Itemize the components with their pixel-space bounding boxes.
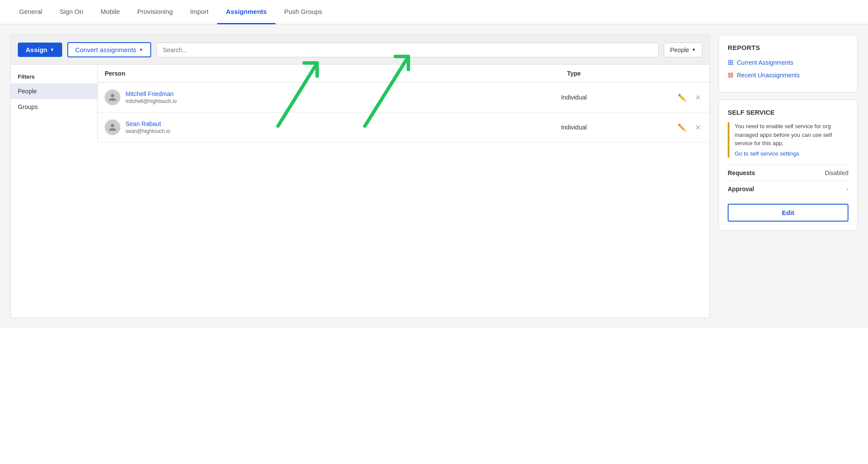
reports-card: REPORTS ⊞ Current Assignments ⊠ Recent U… bbox=[719, 35, 858, 93]
current-assignments-label: Current Assignments bbox=[737, 59, 793, 66]
self-service-title: SELF SERVICE bbox=[728, 109, 848, 116]
tab-bar: GeneralSign OnMobileProvisioningImportAs… bbox=[0, 0, 868, 24]
notice-content: You need to enable self service for org … bbox=[735, 122, 848, 158]
actions-cell-2: ✏️ ✕ bbox=[668, 123, 702, 133]
actions-cell-1: ✏️ ✕ bbox=[668, 93, 702, 103]
notice-text: You need to enable self service for org … bbox=[735, 123, 832, 146]
convert-dropdown-arrow: ▼ bbox=[139, 47, 143, 52]
current-assignments-link[interactable]: ⊞ Current Assignments bbox=[728, 58, 848, 66]
avatar-1 bbox=[105, 89, 120, 105]
col-header-person: Person bbox=[105, 70, 480, 77]
col-header-type: Type bbox=[480, 70, 668, 77]
approval-row: Approval - bbox=[728, 181, 848, 197]
people-dropdown-arrow: ▼ bbox=[692, 47, 696, 52]
tab-general[interactable]: General bbox=[10, 0, 51, 24]
self-service-settings-link[interactable]: Go to self service settings bbox=[735, 149, 848, 158]
remove-row-1-button[interactable]: ✕ bbox=[693, 93, 702, 103]
edit-row-2-button[interactable]: ✏️ bbox=[676, 123, 688, 133]
right-panel: REPORTS ⊞ Current Assignments ⊠ Recent U… bbox=[719, 35, 858, 318]
requests-value: Disabled bbox=[825, 169, 848, 176]
self-service-notice: You need to enable self service for org … bbox=[728, 122, 848, 158]
approval-label: Approval bbox=[728, 186, 754, 192]
tab-sign-on[interactable]: Sign On bbox=[51, 0, 92, 24]
assign-button[interactable]: Assign ▼ bbox=[18, 43, 62, 57]
requests-row: Requests Disabled bbox=[728, 165, 848, 181]
edit-button[interactable]: Edit bbox=[728, 204, 848, 222]
tab-assignments[interactable]: Assignments bbox=[217, 0, 275, 24]
recent-unassignments-icon: ⊠ bbox=[728, 71, 733, 79]
col-header-actions bbox=[668, 70, 702, 77]
person-email-1: mitchell@hightouch.io bbox=[126, 98, 177, 104]
table-header: Person Type bbox=[98, 65, 709, 83]
type-cell-2: Individual bbox=[480, 124, 668, 131]
person-name-2[interactable]: Sean Rabaut bbox=[126, 120, 170, 127]
toolbar: Assign ▼ Convert assignments ▼ People ▼ bbox=[11, 35, 709, 65]
convert-assignments-button[interactable]: Convert assignments ▼ bbox=[67, 42, 151, 57]
self-service-card: SELF SERVICE You need to enable self ser… bbox=[719, 99, 858, 231]
reports-title: REPORTS bbox=[728, 44, 848, 51]
table-row: Mitchell Friedman mitchell@hightouch.io … bbox=[98, 83, 709, 113]
left-panel: Assign ▼ Convert assignments ▼ People ▼ … bbox=[10, 35, 710, 318]
person-cell-2: Sean Rabaut sean@hightouch.io bbox=[105, 119, 480, 135]
filters-title: Filters bbox=[11, 70, 97, 83]
assign-dropdown-arrow: ▼ bbox=[50, 47, 54, 52]
tab-mobile[interactable]: Mobile bbox=[92, 0, 129, 24]
recent-unassignments-link[interactable]: ⊠ Recent Unassignments bbox=[728, 71, 848, 79]
assign-label: Assign bbox=[26, 46, 47, 53]
tab-import[interactable]: Import bbox=[181, 0, 217, 24]
content-area: Filters People Groups Person Type bbox=[11, 65, 709, 143]
current-assignments-icon: ⊞ bbox=[728, 58, 733, 66]
notice-bar bbox=[728, 122, 729, 158]
assignments-table: Person Type Mi bbox=[98, 65, 709, 143]
people-label: People bbox=[670, 46, 689, 53]
approval-value: - bbox=[846, 186, 848, 192]
recent-unassignments-label: Recent Unassignments bbox=[737, 72, 800, 79]
search-input[interactable] bbox=[156, 43, 659, 57]
edit-label: Edit bbox=[782, 209, 794, 216]
filters-sidebar: Filters People Groups bbox=[11, 65, 98, 143]
remove-row-2-button[interactable]: ✕ bbox=[693, 123, 702, 133]
type-cell-1: Individual bbox=[480, 94, 668, 101]
person-email-2: sean@hightouch.io bbox=[126, 128, 170, 134]
edit-row-1-button[interactable]: ✏️ bbox=[676, 93, 688, 103]
table-row: Sean Rabaut sean@hightouch.io Individual… bbox=[98, 113, 709, 143]
filter-people[interactable]: People bbox=[11, 83, 97, 99]
requests-label: Requests bbox=[728, 169, 755, 176]
tab-push-groups[interactable]: Push Groups bbox=[275, 0, 331, 24]
convert-label: Convert assignments bbox=[75, 46, 136, 53]
person-name-1[interactable]: Mitchell Friedman bbox=[126, 90, 177, 97]
people-filter-button[interactable]: People ▼ bbox=[664, 43, 703, 57]
person-cell-1: Mitchell Friedman mitchell@hightouch.io bbox=[105, 89, 480, 105]
tab-provisioning[interactable]: Provisioning bbox=[129, 0, 182, 24]
filter-groups[interactable]: Groups bbox=[11, 99, 97, 115]
person-info-2: Sean Rabaut sean@hightouch.io bbox=[126, 120, 170, 134]
person-info-1: Mitchell Friedman mitchell@hightouch.io bbox=[126, 90, 177, 104]
main-container: Assign ▼ Convert assignments ▼ People ▼ … bbox=[0, 24, 868, 328]
avatar-2 bbox=[105, 119, 120, 135]
